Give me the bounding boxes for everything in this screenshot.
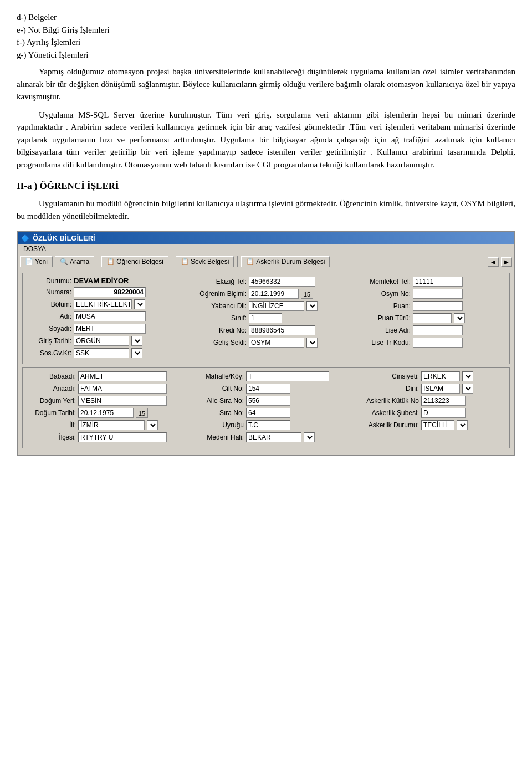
gelis-sekli-input[interactable]	[249, 338, 304, 348]
ogrenci-belgesi-label: Öğrenci Belgesi	[116, 258, 163, 265]
row-elazig-tel: Elazığ Tel:	[191, 277, 357, 287]
sevk-belgesi-icon: 📋	[181, 258, 189, 265]
paragraph-3: Uygulama MS-SQL Server üzerine kurulmuşt…	[17, 109, 515, 171]
btn-arama[interactable]: 🔍 Arama	[55, 256, 94, 267]
ogrenci-belgesi-icon: 📋	[106, 258, 115, 265]
sinif-label: Sınıf:	[191, 314, 247, 322]
bolum-label: Bölüm:	[27, 300, 71, 308]
elazig-tel-label: Elazığ Tel:	[191, 278, 247, 285]
lise-tr-kodu-label: Lise Tr Kodu:	[361, 339, 411, 346]
toolbar-sep-2	[172, 256, 172, 267]
sos-gv-kr-select[interactable]: ▼	[131, 348, 142, 358]
dogum-yeri-input[interactable]	[78, 396, 167, 406]
row-puan-turu: Puan Türü: ▼	[361, 313, 505, 323]
row-gelis-sekli: Geliş Şekli: ▼	[191, 338, 357, 348]
row-soyadi: Soyadı:	[27, 324, 188, 334]
osym-no-label: Osym No:	[361, 290, 411, 298]
puan-turu-label: Puan Türü:	[361, 314, 411, 322]
ilce-input[interactable]	[78, 432, 167, 442]
askerlik-durumu-select[interactable]: ▼	[457, 420, 468, 430]
toolbar-next[interactable]: ▶	[501, 257, 512, 267]
sos-gv-kr-input[interactable]	[74, 348, 129, 358]
row-lise-adi: Lise Adı:	[361, 325, 505, 335]
yabanci-dil-select[interactable]: ▼	[306, 301, 318, 311]
gelis-sekli-select[interactable]: ▼	[306, 338, 318, 348]
paragraph-5: Uygulamanın bu modülü öğrencinin bilgile…	[17, 197, 515, 222]
row-mahalle-koy: Mahalle/Köy:	[191, 371, 357, 381]
medeni-hali-label: Medeni Hali:	[191, 433, 244, 441]
puan-turu-input[interactable]	[413, 313, 452, 323]
askerlik-kutuk-label: Askerlik Kütük No	[361, 397, 419, 405]
row-askerlik-sube: Askerlik Şubesi:	[361, 408, 505, 418]
row-adi: Adı:	[27, 311, 188, 321]
dini-input[interactable]	[421, 384, 460, 394]
intro-list: d-) Belgeler e-) Not Bilgi Giriş İşlemle…	[17, 11, 515, 61]
anaadi-input[interactable]	[78, 384, 167, 394]
medeni-hali-input[interactable]	[246, 432, 301, 442]
askerlik-sube-input[interactable]	[421, 408, 466, 418]
sinif-input[interactable]	[249, 313, 282, 323]
dini-select[interactable]: ▼	[462, 384, 473, 394]
uyrugu-label: Uyruğu	[191, 421, 244, 429]
sira-no-input[interactable]	[246, 408, 290, 418]
row-osym-no: Osym No:	[361, 289, 505, 299]
cinsiyeti-input[interactable]	[421, 371, 460, 381]
puan-input[interactable]	[413, 301, 463, 311]
mahalle-koy-input[interactable]	[246, 371, 329, 381]
askerlik-durumu-input[interactable]	[421, 420, 454, 430]
cinsiyeti-select[interactable]: ▼	[462, 371, 473, 381]
babaadi-input[interactable]	[78, 371, 167, 381]
il-input[interactable]	[78, 420, 145, 430]
toolbar: 📄 Yeni 🔍 Arama 📋 Öğrenci Belgesi 📋 Sevk …	[18, 254, 514, 269]
lise-adi-input[interactable]	[413, 325, 463, 335]
row-askerlik-durumu: Askerlik Durumu: ▼	[361, 420, 505, 430]
bolum-input[interactable]	[74, 299, 132, 309]
row-durum: Durumu: DEVAM EDİYOR	[27, 277, 188, 285]
menu-dosya[interactable]: DOSYA	[20, 244, 49, 253]
numara-input[interactable]	[74, 287, 146, 297]
ogr-bicimi-input[interactable]	[249, 289, 299, 299]
yabanci-dil-label: Yabancı Dil:	[191, 302, 247, 310]
btn-askerlik-belgesi[interactable]: 📋 Askerlik Durum Belgesi	[241, 256, 330, 267]
toolbar-prev[interactable]: ◀	[488, 257, 499, 267]
btn-sevk-belgesi[interactable]: 📋 Sevk Belgesi	[176, 256, 234, 267]
puan-turu-select[interactable]: ▼	[454, 313, 465, 323]
kredi-no-input[interactable]	[249, 325, 315, 335]
adi-input[interactable]	[74, 311, 146, 321]
cilt-no-input[interactable]	[246, 384, 290, 394]
btn-ogrenci-belgesi[interactable]: 📋 Öğrenci Belgesi	[101, 256, 168, 267]
osym-no-input[interactable]	[413, 289, 463, 299]
askerlik-kutuk-input[interactable]	[421, 396, 466, 406]
kredi-no-label: Kredi No:	[191, 326, 247, 334]
soyadi-input[interactable]	[74, 324, 146, 334]
dogum-tarihi-input[interactable]	[78, 408, 134, 418]
arama-icon: 🔍	[60, 258, 68, 265]
askerlik-belgesi-label: Askerlik Durum Belgesi	[256, 258, 325, 265]
btn-yeni[interactable]: 📄 Yeni	[20, 256, 53, 267]
aile-sira-no-input[interactable]	[246, 396, 290, 406]
giris-tarihi-input[interactable]	[74, 336, 129, 346]
yabanci-dil-input[interactable]	[249, 301, 304, 311]
sos-gv-kr-label: Sos.Gv.Kr:	[27, 349, 71, 357]
ogr-bicimi-badge: 15	[301, 289, 313, 299]
durum-label: Durumu:	[27, 277, 71, 285]
giris-tarihi-select[interactable]: ▼	[131, 336, 142, 346]
cilt-no-label: Cilt No:	[191, 385, 244, 392]
memleket-tel-input[interactable]	[413, 277, 463, 287]
il-select[interactable]: ▼	[147, 420, 158, 430]
row-babaadi: Babaadı:	[27, 371, 188, 381]
form-section-2: Babaadı: Anaadı: Doğum Yeri: Doğum Tarih…	[22, 367, 510, 448]
askerlik-durumu-label: Askerlik Durumu:	[361, 421, 419, 429]
lise-tr-kodu-input[interactable]	[413, 338, 463, 348]
row-ogr-bicimi: Öğrenim Biçimi: 15	[191, 289, 357, 299]
section2-columns: Babaadı: Anaadı: Doğum Yeri: Doğum Tarih…	[27, 371, 505, 445]
elazig-tel-input[interactable]	[249, 277, 315, 287]
toolbar-sep-3	[237, 256, 238, 267]
row-giris-tarihi: Giriş Tarihi: ▼	[27, 336, 188, 346]
row-medeni-hali: Medeni Hali: ▼	[191, 432, 357, 442]
bolum-select[interactable]: ▼	[134, 299, 145, 309]
dini-label: Dini:	[361, 385, 419, 392]
medeni-hali-select[interactable]: ▼	[304, 432, 315, 442]
uyrugu-input[interactable]	[246, 420, 290, 430]
row-bolum: Bölüm: ▼	[27, 299, 188, 309]
